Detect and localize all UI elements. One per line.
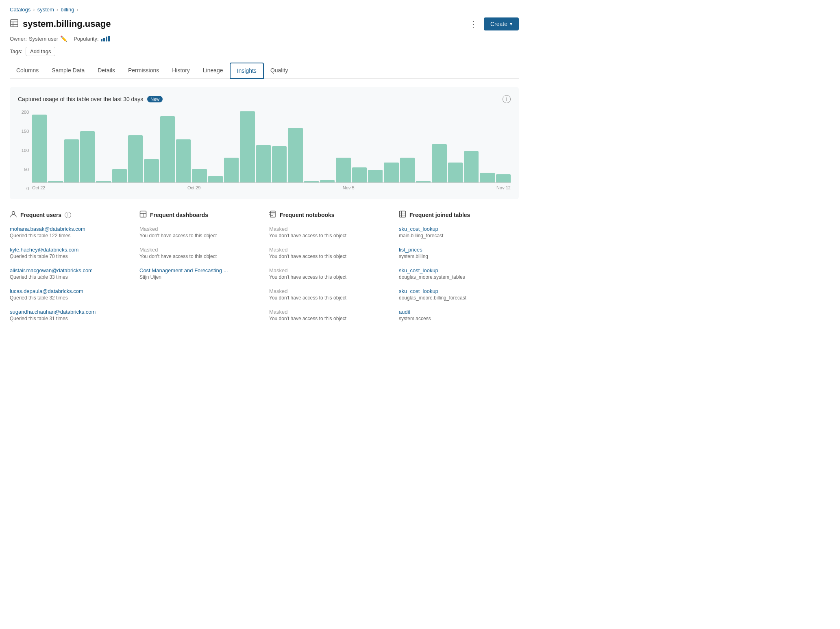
- y-label-0: 0: [18, 186, 29, 191]
- chart-bar-17[interactable]: [304, 181, 319, 182]
- joined-item-4: sku_cost_lookup douglas_moore.billing_fo…: [399, 288, 519, 301]
- dashboard-item-2: Masked You don't have access to this obj…: [139, 247, 259, 259]
- svg-rect-13: [270, 214, 271, 215]
- chart-title-text: Captured usage of this table over the la…: [18, 96, 143, 102]
- dashboard-sub-1: You don't have access to this object: [139, 233, 259, 239]
- chart-bar-23[interactable]: [400, 158, 415, 182]
- bars-area: Oct 22 Oct 29 Nov 5 Nov 12: [32, 110, 511, 191]
- meta-row: Owner: System user ✏️ Popularity:: [10, 35, 519, 42]
- joined-name-3: sku_cost_lookup: [399, 267, 519, 273]
- tags-label: Tags:: [10, 48, 22, 54]
- popularity-item: Popularity:: [74, 36, 109, 42]
- add-tags-button[interactable]: Add tags: [26, 47, 55, 56]
- y-label-200: 200: [18, 110, 29, 115]
- dashboard-name-3: Cost Management and Forecasting ...: [139, 267, 259, 273]
- insights-grid: Frequent users i mohana.basak@databricks…: [10, 210, 519, 330]
- chart-bar-10[interactable]: [192, 169, 207, 182]
- tab-details[interactable]: Details: [91, 63, 122, 78]
- chart-bar-18[interactable]: [320, 180, 335, 183]
- users-info-icon[interactable]: i: [65, 212, 71, 218]
- chart-bar-21[interactable]: [368, 170, 383, 182]
- notebook-item-5: Masked You don't have access to this obj…: [269, 309, 389, 321]
- user-item-1: mohana.basak@databricks.com Queried this…: [10, 226, 130, 239]
- more-options-button[interactable]: ⋮: [466, 17, 481, 31]
- joined-sub-3: douglas_moore.system_tables: [399, 274, 519, 280]
- chart-bar-24[interactable]: [416, 181, 431, 182]
- chart-bar-27[interactable]: [464, 151, 479, 182]
- chart-bar-12[interactable]: [224, 158, 239, 182]
- notebook-sub-2: You don't have access to this object: [269, 254, 389, 259]
- chart-bar-15[interactable]: [272, 146, 287, 183]
- notebook-name-5: Masked: [269, 309, 389, 315]
- notebook-name-1: Masked: [269, 226, 389, 232]
- frequent-dashboards-label: Frequent dashboards: [150, 212, 208, 218]
- edit-owner-icon[interactable]: ✏️: [60, 35, 67, 42]
- popularity-bars: [101, 36, 110, 41]
- chart-bar-4[interactable]: [96, 181, 111, 182]
- user-name-4: lucas.depaula@databricks.com: [10, 288, 130, 294]
- tab-permissions[interactable]: Permissions: [122, 63, 165, 78]
- svg-rect-12: [270, 212, 271, 213]
- chart-bar-16[interactable]: [288, 128, 302, 182]
- dashboard-sub-3: Stijn Uijen: [139, 274, 259, 280]
- breadcrumb-system[interactable]: system: [37, 7, 54, 13]
- user-name-3: alistair.macgowan@databricks.com: [10, 267, 130, 273]
- chart-bar-14[interactable]: [256, 145, 271, 182]
- x-label-oct29: Oct 29: [187, 185, 200, 190]
- bar-3: [106, 37, 107, 41]
- title-row: system.billing.usage ⋮ Create ▾: [10, 17, 519, 31]
- dashboard-item-3: Cost Management and Forecasting ... Stij…: [139, 267, 259, 280]
- chart-bar-29[interactable]: [496, 174, 511, 182]
- tab-quality[interactable]: Quality: [264, 63, 295, 78]
- notebook-icon: [269, 210, 276, 219]
- tab-sample-data[interactable]: Sample Data: [45, 63, 91, 78]
- tab-columns[interactable]: Columns: [10, 63, 45, 78]
- user-name-1: mohana.basak@databricks.com: [10, 226, 130, 232]
- chart-title: Captured usage of this table over the la…: [18, 96, 163, 102]
- breadcrumb-catalogs[interactable]: Catalogs: [10, 7, 30, 13]
- chart-info-icon[interactable]: i: [503, 95, 511, 103]
- chart-bar-26[interactable]: [448, 163, 463, 182]
- frequent-notebooks-header: Frequent notebooks: [269, 210, 389, 219]
- chart-bar-7[interactable]: [144, 159, 159, 182]
- chart-bar-6[interactable]: [128, 135, 143, 182]
- joined-sub-5: system.access: [399, 316, 519, 321]
- title-actions: ⋮ Create ▾: [466, 17, 519, 31]
- chart-bar-5[interactable]: [112, 169, 127, 182]
- tab-insights[interactable]: Insights: [230, 63, 264, 79]
- x-label-oct22: Oct 22: [32, 185, 45, 190]
- chart-bar-22[interactable]: [384, 163, 398, 182]
- chart-bar-9[interactable]: [176, 139, 191, 182]
- chart-section: Captured usage of this table over the la…: [10, 87, 519, 199]
- chart-bar-0[interactable]: [32, 115, 47, 182]
- chart-bar-11[interactable]: [208, 176, 223, 182]
- breadcrumb-billing[interactable]: billing: [61, 7, 74, 13]
- tab-history[interactable]: History: [165, 63, 196, 78]
- frequent-notebooks-label: Frequent notebooks: [280, 212, 335, 218]
- chart-bar-28[interactable]: [480, 173, 494, 182]
- user-item-3: alistair.macgowan@databricks.com Queried…: [10, 267, 130, 280]
- chart-bar-20[interactable]: [352, 167, 367, 182]
- owner-item: Owner: System user ✏️: [10, 35, 67, 42]
- notebook-name-3: Masked: [269, 267, 389, 273]
- chart-bar-2[interactable]: [64, 139, 79, 182]
- user-name-2: kyle.hachey@databricks.com: [10, 247, 130, 253]
- svg-rect-14: [400, 211, 406, 217]
- create-button[interactable]: Create ▾: [484, 17, 519, 30]
- chart-bar-13[interactable]: [240, 111, 255, 182]
- chart-bar-8[interactable]: [160, 116, 175, 182]
- svg-rect-0: [11, 20, 18, 27]
- bar-1: [101, 39, 102, 41]
- chart-bar-3[interactable]: [80, 131, 95, 182]
- chart-bar-25[interactable]: [432, 144, 446, 182]
- chart-bar-19[interactable]: [336, 158, 350, 182]
- tab-lineage[interactable]: Lineage: [196, 63, 230, 78]
- joined-name-2: list_prices: [399, 247, 519, 253]
- chart-bar-1[interactable]: [48, 181, 63, 182]
- notebook-name-4: Masked: [269, 288, 389, 294]
- create-label: Create: [490, 21, 507, 27]
- notebook-sub-1: You don't have access to this object: [269, 233, 389, 239]
- notebook-sub-5: You don't have access to this object: [269, 316, 389, 321]
- title-left: system.billing.usage: [10, 19, 111, 30]
- chart-header: Captured usage of this table over the la…: [18, 95, 511, 103]
